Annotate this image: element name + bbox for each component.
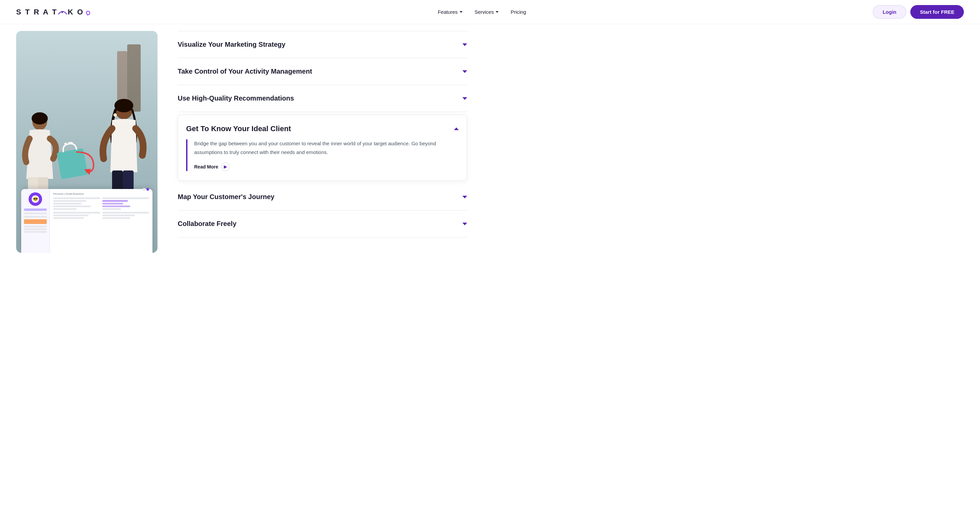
accordion-header-journey[interactable]: Map Your Customer's Journey bbox=[178, 193, 467, 201]
accordion-chevron-activity-icon bbox=[462, 70, 467, 73]
nav-services[interactable]: Services bbox=[474, 9, 499, 15]
left-panel: 😎 Persona | Small Business bbox=[16, 24, 158, 532]
main-content: 😎 Persona | Small Business bbox=[0, 24, 980, 532]
accordion-title-journey: Map Your Customer's Journey bbox=[178, 193, 274, 201]
logo[interactable]: S T R A T × K O bbox=[16, 8, 91, 16]
accordion-description-ideal-client: Bridge the gap between you and your cust… bbox=[194, 139, 459, 156]
accordion-chevron-ideal-client-icon bbox=[454, 127, 459, 130]
svg-marker-12 bbox=[84, 169, 91, 175]
login-button[interactable]: Login bbox=[873, 5, 907, 19]
accordion-content-ideal-client: Bridge the gap between you and your cust… bbox=[194, 139, 459, 171]
nav-links: Features Services Pricing bbox=[438, 9, 527, 15]
accordion-item-ideal-client: Get To Know Your Ideal Client Bridge the… bbox=[178, 115, 467, 181]
accordion-header-ideal-client[interactable]: Get To Know Your Ideal Client bbox=[186, 124, 459, 133]
accordion-item-visualize: Visualize Your Marketing Strategy bbox=[178, 31, 467, 58]
services-chevron-icon bbox=[496, 11, 498, 13]
svg-point-8 bbox=[113, 113, 117, 117]
accordion-header-visualize[interactable]: Visualize Your Marketing Strategy bbox=[178, 41, 467, 48]
svg-text:×: × bbox=[61, 10, 63, 14]
logo-text-part1: S T R A T bbox=[16, 8, 57, 16]
accordion-item-journey: Map Your Customer's Journey bbox=[178, 184, 467, 211]
accordion-item-collaborate: Collaborate Freely bbox=[178, 211, 467, 237]
svg-point-7 bbox=[115, 99, 133, 112]
accordion-header-activity[interactable]: Take Control of Your Activity Management bbox=[178, 68, 467, 75]
accordion-chevron-journey-icon bbox=[462, 196, 467, 199]
read-more-link-ideal-client[interactable]: Read More ▶ bbox=[194, 162, 230, 171]
accordion-border-left bbox=[186, 139, 188, 171]
accordion-title-visualize: Visualize Your Marketing Strategy bbox=[178, 41, 285, 48]
features-chevron-icon bbox=[460, 11, 462, 13]
nav-features[interactable]: Features bbox=[438, 9, 462, 15]
navbar: S T R A T × K O Features Services Pricin… bbox=[0, 0, 980, 24]
red-arrow bbox=[70, 149, 97, 176]
hero-image: 😎 Persona | Small Business bbox=[16, 31, 158, 253]
logo-text-part2: K O bbox=[68, 8, 84, 16]
nav-actions: Login Start for FREE bbox=[873, 5, 964, 19]
accordion-item-activity: Take Control of Your Activity Management bbox=[178, 58, 467, 85]
accordion-title-activity: Take Control of Your Activity Management bbox=[178, 68, 312, 75]
accordion-header-recommendations[interactable]: Use High-Quality Recommendations bbox=[178, 94, 467, 102]
accordion-title-collaborate: Collaborate Freely bbox=[178, 220, 237, 228]
accordion-title-ideal-client: Get To Know Your Ideal Client bbox=[186, 124, 291, 133]
accordion-chevron-visualize-icon bbox=[462, 43, 467, 46]
logo-swirl-icon bbox=[84, 10, 91, 16]
svg-point-1 bbox=[87, 14, 88, 15]
accordion-chevron-collaborate-icon bbox=[462, 222, 467, 225]
nav-pricing[interactable]: Pricing bbox=[511, 9, 526, 15]
accordion-chevron-recommendations-icon bbox=[462, 97, 467, 100]
start-free-button[interactable]: Start for FREE bbox=[910, 5, 964, 19]
svg-point-3 bbox=[32, 112, 48, 124]
accordion-item-recommendations: Use High-Quality Recommendations bbox=[178, 85, 467, 112]
logo-arc-icon: × bbox=[58, 8, 67, 15]
accordion-body-ideal-client: Bridge the gap between you and your cust… bbox=[186, 139, 459, 171]
dashboard-overlay: 😎 Persona | Small Business bbox=[21, 189, 153, 253]
accordion-header-collaborate[interactable]: Collaborate Freely bbox=[178, 220, 467, 228]
read-more-arrow-icon: ▶ bbox=[221, 162, 230, 171]
right-panel: Visualize Your Marketing Strategy Take C… bbox=[178, 24, 467, 532]
accordion-title-recommendations: Use High-Quality Recommendations bbox=[178, 94, 294, 102]
